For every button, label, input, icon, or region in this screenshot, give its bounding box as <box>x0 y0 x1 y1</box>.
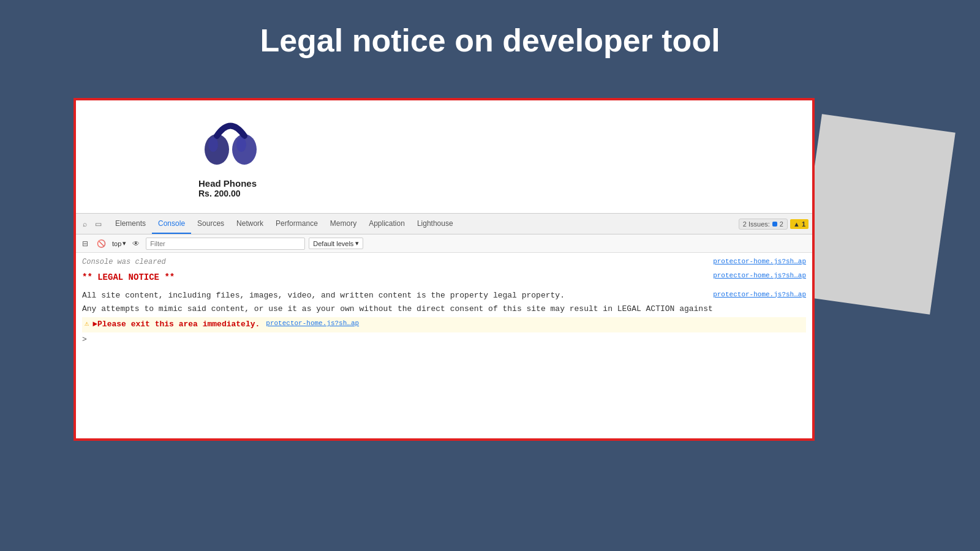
console-notice-title: ** LEGAL NOTICE ** <box>82 271 175 284</box>
file-ref-1[interactable]: protector-home.js?sh…ap <box>707 257 806 268</box>
devtools-tab-bar: ⌕ ▭ Elements Console Sources Network Per… <box>76 214 812 234</box>
console-cleared-message: Console was cleared <box>82 257 166 268</box>
svg-point-3 <box>236 137 246 152</box>
console-prompt[interactable]: > <box>82 334 806 347</box>
file-ref-3[interactable]: protector-home.js?sh…ap <box>707 290 806 301</box>
context-label: top <box>112 240 121 247</box>
inspect-icon[interactable]: ⌕ <box>80 219 89 229</box>
console-cleared-row: Console was cleared protector-home.js?sh… <box>82 257 806 271</box>
issues-label: 2 Issues: <box>743 220 770 228</box>
console-line-2-row: Any attempts to mimic said content, or u… <box>82 303 806 317</box>
product-image <box>198 113 272 171</box>
clear-console-icon[interactable]: 🚫 <box>94 238 108 249</box>
context-chevron: ▾ <box>123 239 126 247</box>
levels-chevron: ▾ <box>355 239 359 247</box>
default-levels-label: Default levels <box>313 240 353 247</box>
decorative-corner <box>796 114 956 315</box>
tab-memory[interactable]: Memory <box>324 214 363 234</box>
page-title: Legal notice on developer tool <box>0 0 980 77</box>
issues-dot <box>772 222 777 227</box>
console-line-1-row: All site content, including files, image… <box>82 290 806 304</box>
file-ref-2[interactable]: protector-home.js?sh…ap <box>707 271 806 282</box>
svg-point-2 <box>208 137 218 152</box>
devtools-icon-group: ⌕ ▭ <box>80 219 103 229</box>
devtools-toolbar: ⊟ 🚫 top ▾ 👁 Default levels ▾ <box>76 234 812 253</box>
file-ref-4[interactable]: protector-home.js?sh…ap <box>260 318 359 329</box>
issues-count: 2 <box>780 220 783 228</box>
product-price: Rs. 200.00 <box>198 189 241 198</box>
console-notice-title-row: ** LEGAL NOTICE ** protector-home.js?sh…… <box>82 271 806 289</box>
sidebar-toggle-icon[interactable]: ⊟ <box>80 238 91 249</box>
default-levels-button[interactable]: Default levels ▾ <box>309 238 363 249</box>
console-warning-row: ⚠ ►Please exit this area immediately. pr… <box>82 317 806 332</box>
browser-window: Head Phones Rs. 200.00 ⌕ ▭ Elements Cons… <box>74 98 815 441</box>
console-line-1: All site content, including files, image… <box>82 290 707 302</box>
tab-application[interactable]: Application <box>363 214 411 234</box>
console-warning-text: ►Please exit this area immediately. <box>92 318 260 331</box>
tab-console[interactable]: Console <box>152 214 191 234</box>
warning-triangle-icon: ⚠ <box>85 318 89 330</box>
webpage-content: Head Phones Rs. 200.00 <box>76 100 812 214</box>
device-icon[interactable]: ▭ <box>93 219 103 229</box>
context-selector[interactable]: top ▾ <box>112 239 126 247</box>
product-name: Head Phones <box>198 178 257 189</box>
console-line-2: Any attempts to mimic said content, or u… <box>82 303 806 316</box>
tab-elements[interactable]: Elements <box>109 214 152 234</box>
tab-performance[interactable]: Performance <box>270 214 324 234</box>
devtools-panel: ⌕ ▭ Elements Console Sources Network Per… <box>76 214 812 441</box>
tab-lighthouse[interactable]: Lighthouse <box>411 214 459 234</box>
eye-icon[interactable]: 👁 <box>130 238 142 249</box>
tab-network[interactable]: Network <box>230 214 270 234</box>
issues-badge[interactable]: 2 Issues: 2 <box>739 219 788 230</box>
tab-sources[interactable]: Sources <box>191 214 230 234</box>
filter-input[interactable] <box>146 238 305 250</box>
warning-badge[interactable]: ▲ 1 <box>790 219 809 229</box>
console-output: Console was cleared protector-home.js?sh… <box>76 253 812 441</box>
